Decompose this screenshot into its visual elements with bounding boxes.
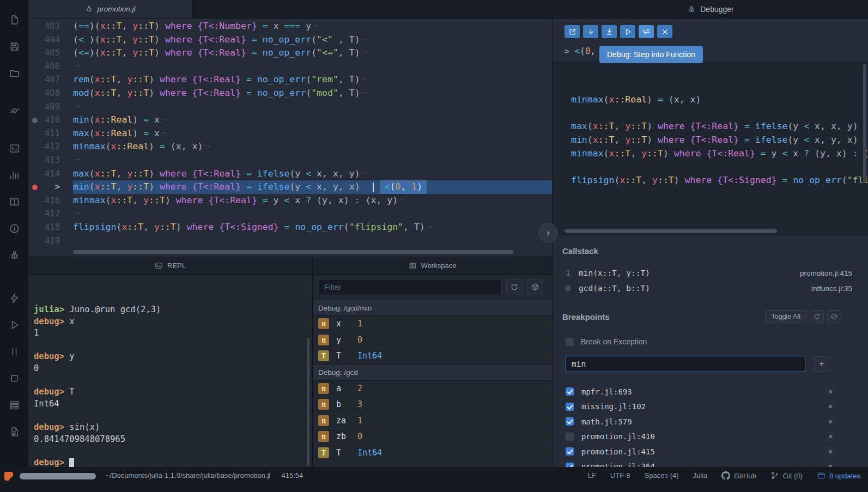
editor-line-417[interactable]: 417¬: [28, 207, 552, 221]
editor-line-415[interactable]: >min(x::T, y::T) where {T<:Real} = ifels…: [28, 180, 552, 194]
gutter-411[interactable]: 411: [28, 127, 73, 141]
editor-line-418[interactable]: 418flipsign(x::T, y::T) where {T<:Signed…: [28, 221, 552, 234]
gutter-415[interactable]: >: [28, 180, 73, 194]
status-item-lf[interactable]: LF: [588, 471, 596, 479]
gutter-404[interactable]: 404: [28, 33, 73, 47]
editor-line-405[interactable]: 405(<=)(x::T, y::T) where {T<:Real} = no…: [28, 46, 552, 60]
file-text-icon[interactable]: [0, 418, 28, 445]
workspace-row[interactable]: nza1: [313, 413, 552, 429]
lightning-icon[interactable]: [0, 285, 28, 312]
workspace-header[interactable]: Workspace: [313, 257, 552, 275]
workspace-row[interactable]: TTInt64: [313, 445, 552, 461]
callstack-frame[interactable]: 1min(x::T, y::T)promotion.jl:415: [553, 265, 868, 281]
repl-scrollbar[interactable]: [307, 338, 309, 466]
editor-line-404[interactable]: 404(< )(x::T, y::T) where {T<:Real} = no…: [28, 33, 552, 47]
gutter-419[interactable]: 419: [28, 234, 73, 248]
breakpoint-input[interactable]: [566, 356, 805, 372]
gutter-410[interactable]: 410: [28, 113, 73, 127]
refresh-button[interactable]: [506, 279, 523, 295]
preview-horizontal-scrollbar[interactable]: [564, 229, 777, 233]
callstack-frame[interactable]: 0gcd(a::T, b::T)intfuncs.jl:35: [553, 281, 868, 296]
workspace-row[interactable]: nzb0: [313, 429, 552, 445]
editor-line-410[interactable]: 410min(x::Real) = x¬: [28, 113, 552, 127]
editor-line-411[interactable]: 411max(x::Real) = x¬: [28, 127, 552, 141]
gutter-414[interactable]: 414: [28, 167, 73, 181]
remove-breakpoint-button[interactable]: ×: [825, 416, 836, 427]
gutter-412[interactable]: 412: [28, 140, 73, 154]
debugger-code-preview[interactable]: minmax(x::Real) = (x, x) max(x::T, y::T)…: [553, 62, 868, 235]
editor-line-419[interactable]: 419: [28, 234, 552, 248]
workspace-row[interactable]: ny0: [313, 332, 552, 349]
folder-icon[interactable]: [0, 60, 28, 87]
gutter-418[interactable]: 418: [28, 221, 73, 234]
break-on-exception-row[interactable]: Break on Exception: [566, 337, 868, 346]
remove-breakpoint-button[interactable]: ×: [825, 446, 836, 457]
workspace-row[interactable]: TTInt64: [313, 348, 552, 365]
repl-header[interactable]: REPL: [28, 257, 312, 275]
status-item-utf-8[interactable]: UTF-8: [610, 471, 630, 479]
status-item-spaces-4-[interactable]: Spaces (4): [645, 471, 679, 479]
repl-console[interactable]: julia> Juno.@run gcd(2,3)debug> x1 debug…: [28, 275, 312, 467]
remove-breakpoint-button[interactable]: ×: [825, 401, 836, 412]
cursor-position[interactable]: 415:54: [281, 471, 303, 479]
breakpoint-row[interactable]: mpfr.jl:693×: [553, 384, 868, 399]
break-on-exception-checkbox[interactable]: [566, 338, 574, 346]
breakpoint-dot-inactive[interactable]: [32, 118, 38, 123]
editor-line-413[interactable]: 413¬: [28, 154, 552, 167]
tab-promotion-jl[interactable]: promotion.jl: [28, 0, 192, 18]
editor-line-409[interactable]: 409¬: [28, 100, 552, 114]
breakpoint-dot-active[interactable]: [32, 185, 38, 190]
step-into-button[interactable]: [639, 25, 654, 38]
breakpoint-checkbox[interactable]: [566, 463, 574, 467]
pause-icon[interactable]: [0, 338, 28, 365]
breakpoint-row[interactable]: missing.jl:102×: [553, 399, 868, 415]
package-cube-button[interactable]: [527, 279, 543, 295]
play-button[interactable]: [620, 25, 635, 38]
save-icon[interactable]: [0, 33, 28, 60]
editor-horizontal-scrollbar[interactable]: [73, 250, 513, 254]
editor-line-407[interactable]: 407rem(x::T, y::T) where {T<:Real} = no_…: [28, 73, 552, 87]
gutter-407[interactable]: 407: [28, 73, 73, 87]
editor-line-416[interactable]: 416minmax(x::T, y::T) where {T<:Real} = …: [28, 194, 552, 208]
breakpoint-checkbox[interactable]: [566, 433, 574, 441]
debugger-scrollbar[interactable]: [863, 64, 866, 183]
bug-icon[interactable]: [0, 242, 28, 269]
status-item-github[interactable]: GitHub: [721, 471, 756, 480]
add-breakpoint-button[interactable]: +: [814, 356, 829, 372]
gutter-416[interactable]: 416: [28, 194, 73, 208]
breakpoint-row[interactable]: math.jl:579×: [553, 414, 868, 429]
workspace-row[interactable]: nx1: [313, 316, 552, 332]
gutter-403[interactable]: 403: [28, 20, 73, 33]
editor-line-412[interactable]: 412minmax(x::Real) = (x, x)¬: [28, 140, 552, 154]
status-item-8-updates[interactable]: 8 updates: [817, 471, 860, 480]
arrow-down-button[interactable]: [583, 25, 598, 38]
toggle-all-button[interactable]: Toggle All: [765, 310, 806, 323]
stack-icon[interactable]: [0, 392, 28, 418]
editor-line-414[interactable]: 414max(x::T, y::T) where {T<:Real} = ife…: [28, 167, 552, 181]
file-icon[interactable]: [0, 7, 28, 33]
workspace-section-title[interactable]: Debug: /gcd/min: [313, 300, 552, 316]
status-item-git-0-[interactable]: Git (0): [770, 471, 803, 480]
breakpoint-checkbox[interactable]: [566, 447, 574, 455]
editor-line-406[interactable]: 406¬: [28, 60, 552, 74]
inline-debug-chip[interactable]: <(0, 1): [380, 180, 427, 194]
planet-icon[interactable]: [0, 98, 28, 124]
workspace-section-title[interactable]: Debug: /gcd: [313, 365, 552, 381]
breakpoint-row[interactable]: promotion.jl:364×: [553, 459, 868, 467]
julia-status-icon[interactable]: [4, 472, 13, 481]
breakpoint-checkbox[interactable]: [566, 387, 574, 396]
disable-breakpoints-button[interactable]: [827, 310, 841, 323]
gutter-406[interactable]: 406: [28, 60, 73, 74]
breakpoint-checkbox[interactable]: [566, 403, 574, 411]
status-item-julia[interactable]: Julia: [693, 471, 708, 479]
remove-breakpoint-button[interactable]: ×: [825, 461, 836, 467]
remove-breakpoint-button[interactable]: ×: [825, 386, 836, 397]
workspace-row[interactable]: nb3: [313, 397, 552, 413]
play-icon[interactable]: [0, 312, 28, 338]
external-link-button[interactable]: [564, 25, 580, 38]
breakpoint-row[interactable]: promotion.jl:410×: [553, 429, 868, 445]
workspace-filter-input[interactable]: [318, 279, 502, 295]
code-editor[interactable]: 403(==)(x::T, y::T) where {T<:Number} = …: [28, 19, 552, 257]
terminal-icon[interactable]: [0, 135, 28, 162]
book-icon[interactable]: [0, 189, 28, 215]
